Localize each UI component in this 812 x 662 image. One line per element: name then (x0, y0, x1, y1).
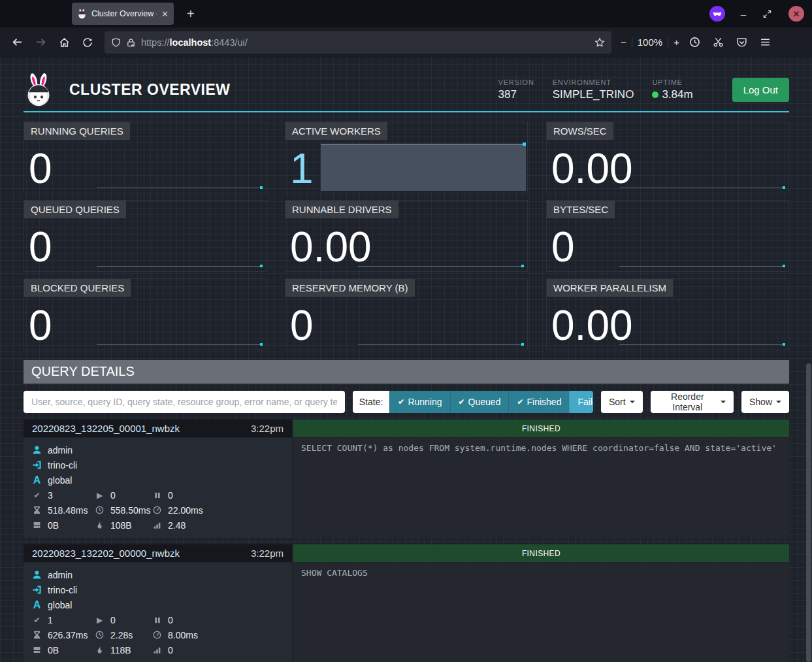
query-source: trino-cli (48, 585, 77, 595)
cpu-time-gauge-icon (152, 506, 163, 514)
queued-splits-pause-icon (152, 491, 163, 499)
query-resource-group: global (48, 600, 72, 610)
parallelism: 0 (168, 645, 173, 655)
parallelism-bars-icon (152, 646, 163, 654)
screenshot-scissors-icon[interactable] (708, 32, 729, 53)
query-meta-panel: admin trino-cli Aglobal ✔3 ▶0 0 518.48ms… (24, 438, 292, 538)
source-signin-icon (31, 460, 42, 470)
tab-title: Cluster Overview - Trino (91, 9, 157, 18)
sparkline (619, 344, 785, 345)
trino-favicon (77, 9, 87, 19)
state-filter-running[interactable]: ✔ Running (389, 391, 449, 413)
running-splits-play-icon: ▶ (94, 616, 105, 625)
back-icon[interactable] (7, 32, 27, 53)
forward-icon[interactable] (30, 32, 51, 53)
query-user: admin (48, 570, 73, 580)
query-time: 3:22pm (251, 548, 284, 559)
lock-warning-icon[interactable] (126, 37, 136, 48)
environment-stat: ENVIRONMENT SIMPLE_TRINO (553, 78, 634, 101)
stat-card-rows-sec: ROWS/SEC 0.00 (546, 122, 789, 193)
browser-navbar: https://localhost:8443/ui/ − 100% + (0, 27, 812, 58)
sort-dropdown[interactable]: Sort (601, 391, 643, 413)
query-id-link[interactable]: 20220823_132202_00000_nwbzk (32, 548, 180, 559)
parallelism: 2.48 (168, 520, 186, 531)
home-icon[interactable] (54, 32, 74, 53)
completed-splits-check-icon: ✔ (31, 491, 42, 500)
cumulative-memory-fire-icon (94, 521, 105, 529)
query-row: 20220823_132205_00001_nwbzk 3:22pm FINIS… (24, 420, 789, 538)
cpu-time: 8.00ms (168, 630, 198, 640)
sparkline (97, 344, 262, 345)
current-memory-hdd-icon (31, 521, 42, 529)
query-status-badge: FINISHED (293, 420, 789, 437)
query-details-header: QUERY DETAILS (24, 360, 789, 384)
logout-button[interactable]: Log Out (732, 78, 789, 102)
state-filter-group: State: ✔ Running ✔ Queued ✔ Finished Fai… (353, 391, 593, 413)
sparkline (358, 344, 523, 345)
chevron-down-icon (721, 401, 726, 403)
history-clock-icon[interactable] (685, 32, 706, 53)
queued-splits: 0 (168, 615, 173, 625)
query-time: 3:22pm (251, 423, 284, 434)
sparkline (619, 188, 785, 188)
bookmark-star-icon[interactable] (594, 37, 605, 48)
state-filter-failed-dropdown[interactable]: Failed (569, 391, 593, 413)
completed-splits: 1 (48, 615, 53, 625)
stat-card-queued-queries: QUEUED QUERIES 0 (24, 200, 267, 272)
query-id-link[interactable]: 20220823_132205_00001_nwbzk (32, 423, 180, 434)
cpu-time-gauge-icon (152, 631, 163, 639)
page-scrollbar[interactable] (805, 58, 812, 662)
running-splits: 0 (110, 615, 116, 625)
menu-hamburger-icon[interactable] (755, 32, 776, 53)
browser-titlebar: Cluster Overview - Trino ✕ + – ✕ (0, 0, 812, 27)
parallelism-bars-icon (152, 521, 163, 529)
state-filter-queued[interactable]: ✔ Queued (450, 391, 509, 413)
query-sql-panel: SELECT COUNT(*) as nodes FROM system.run… (293, 438, 789, 538)
state-filter-finished[interactable]: ✔ Finished (508, 391, 569, 413)
query-header: 20220823_132202_00000_nwbzk 3:22pm (24, 544, 292, 562)
tracking-shield-icon[interactable] (111, 37, 121, 48)
current-memory: 0B (48, 645, 59, 655)
zoom-level[interactable]: 100% (638, 37, 662, 48)
chevron-down-icon (630, 401, 635, 403)
resource-group-icon: A (31, 599, 42, 611)
show-dropdown[interactable]: Show (741, 391, 789, 413)
zoom-out-button[interactable]: − (621, 37, 626, 48)
query-sql-text: SHOW CATALOGS (301, 568, 781, 578)
browser-tab[interactable]: Cluster Overview - Trino ✕ (72, 3, 174, 25)
tab-close-icon[interactable]: ✕ (161, 10, 169, 18)
cluster-stats-grid: RUNNING QUERIES 0 ACTIVE WORKERS 1 ROWS/… (24, 122, 789, 350)
user-icon (31, 445, 42, 455)
uptime-status-dot (652, 91, 658, 98)
query-sql-panel: SHOW CATALOGS (293, 563, 789, 662)
reorder-interval-dropdown[interactable]: Reorder Interval (651, 391, 734, 413)
query-resource-group: global (48, 475, 72, 486)
cluster-header: CLUSTER OVERVIEW VERSION 387 ENVIRONMENT… (24, 58, 789, 112)
window-close-button[interactable]: ✕ (788, 6, 804, 22)
queued-splits: 0 (168, 490, 173, 501)
query-search-input[interactable] (24, 391, 345, 413)
scrollbar-thumb[interactable] (806, 363, 811, 662)
page-title: CLUSTER OVERVIEW (69, 81, 498, 99)
version-stat: VERSION 387 (498, 78, 534, 101)
sparkline (358, 266, 523, 267)
query-row: 20220823_132202_00000_nwbzk 3:22pm FINIS… (24, 544, 789, 662)
reload-icon[interactable] (77, 32, 98, 53)
sparkline (321, 144, 526, 191)
window-minimize-button[interactable]: – (741, 8, 746, 20)
stat-card-active-workers: ACTIVE WORKERS 1 (285, 122, 528, 193)
total-time-clock-icon (94, 506, 105, 514)
cumulative-memory: 108B (110, 520, 132, 531)
user-icon (31, 570, 42, 580)
zoom-in-button[interactable]: + (674, 37, 679, 48)
trino-logo (24, 73, 54, 107)
query-meta-panel: admin trino-cli Aglobal ✔1 ▶0 0 626.37ms… (24, 563, 292, 662)
pocket-icon[interactable] (732, 32, 753, 53)
url-text[interactable]: https://localhost:8443/ui/ (141, 37, 589, 48)
running-splits-play-icon: ▶ (94, 491, 105, 500)
trino-page: CLUSTER OVERVIEW VERSION 387 ENVIRONMENT… (0, 58, 812, 662)
url-bar[interactable]: https://localhost:8443/ui/ (105, 31, 611, 54)
check-icon: ✔ (398, 391, 404, 413)
window-restore-button[interactable] (763, 10, 771, 18)
new-tab-button[interactable]: + (183, 7, 199, 22)
